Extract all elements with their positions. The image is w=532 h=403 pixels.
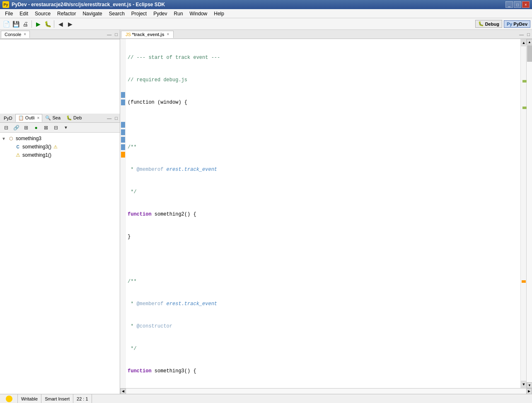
editor-maximize-btn[interactable]: □ — [526, 32, 531, 37]
toolbar: 📄 💾 🖨 ▶ 🐛 ◀ ▶ 🐛 Debug Py PyDev — [0, 18, 532, 30]
debug-label: Debug — [485, 22, 499, 27]
minimize-panel-btn[interactable]: — — [106, 32, 113, 37]
status-bar: Writable Smart Insert 22 : 1 — [0, 394, 532, 403]
annotation-gutter — [120, 39, 126, 388]
maximize-button[interactable]: □ — [514, 1, 521, 8]
expand-icon: ▼ — [2, 136, 7, 141]
status-indicator — [2, 394, 18, 403]
tree-label-something3: something3 — [16, 136, 41, 141]
annot-13 — [120, 129, 126, 136]
maximize-panel-btn[interactable]: □ — [114, 32, 119, 37]
outline-filter-btn[interactable]: ● — [31, 123, 41, 132]
status-position: 22 : 1 — [73, 394, 92, 403]
class-icon: C — [15, 143, 21, 150]
menu-run[interactable]: Run — [171, 10, 186, 17]
overview-bottom[interactable]: ▼ — [521, 381, 527, 388]
outli-tab-close[interactable]: × — [37, 116, 40, 120]
toolbar-group-nav: ◀ ▶ — [56, 19, 75, 29]
console-tab[interactable]: Console × — [1, 31, 30, 38]
tree-item-something3-class[interactable]: C something3() ⚠ — [0, 143, 120, 151]
editor-tab-label: *track_event.js — [132, 32, 164, 37]
toolbar-sep-1 — [31, 20, 32, 28]
scroll-thumb[interactable] — [527, 45, 532, 62]
status-writable-label: Writable — [21, 396, 38, 401]
main-area: Console × — □ PyD 📋 Outli × — [0, 30, 532, 394]
pydev-perspective[interactable]: Py PyDev — [504, 20, 530, 28]
menu-search[interactable]: Search — [106, 10, 128, 17]
annot-17 — [120, 158, 126, 166]
outline-hide-btn[interactable]: ⊞ — [22, 123, 31, 132]
debug-button[interactable]: 🐛 — [43, 19, 52, 29]
print-button[interactable]: 🖨 — [21, 19, 30, 29]
console-tab-label: Console — [5, 32, 21, 37]
scroll-up-arrow[interactable]: ▲ — [527, 39, 532, 45]
code-line-11: /** — [128, 278, 519, 285]
code-line-4 — [128, 121, 519, 129]
console-tab-close[interactable]: × — [24, 32, 26, 36]
scroll-down-arrow[interactable]: ▼ — [527, 382, 532, 388]
outline-collapse-btn[interactable]: ⊟ — [2, 123, 11, 132]
console-content[interactable] — [0, 39, 120, 114]
menu-source[interactable]: Source — [31, 10, 54, 17]
outline-minimize-btn[interactable]: — — [106, 115, 113, 121]
outline-sub-tab-bar: PyD 📋 Outli × 🔍 Sea 🐛 Deb — □ — [0, 114, 120, 123]
menu-navigate[interactable]: Navigate — [79, 10, 105, 17]
debug-perspective[interactable]: 🐛 Debug — [475, 20, 502, 28]
code-line-8: function something2() { — [128, 211, 519, 218]
status-icon — [6, 396, 12, 402]
toolbar-group-new: 📄 💾 🖨 — [2, 19, 30, 29]
outline-dropdown-btn[interactable]: ▼ — [61, 123, 70, 132]
tab-outli[interactable]: 📋 Outli × — [15, 114, 43, 122]
tree-label-something10: something1() — [22, 152, 51, 158]
status-writable: Writable — [18, 394, 41, 403]
perspective-buttons: 🐛 Debug Py PyDev — [475, 20, 530, 28]
menu-edit[interactable]: Edit — [16, 10, 31, 17]
close-button[interactable]: × — [522, 1, 530, 8]
menu-pydev[interactable]: Pydev — [150, 10, 170, 17]
code-editor[interactable]: // --- start of track event --- // requi… — [126, 39, 520, 388]
outline-panel-controls: — □ — [106, 115, 119, 121]
tab-sea[interactable]: 🔍 Sea — [42, 114, 63, 122]
status-insert-label: Smart Insert — [45, 396, 70, 401]
tab-deb[interactable]: 🐛 Deb — [63, 114, 85, 122]
menu-refactor[interactable]: Refactor — [54, 10, 79, 17]
horizontal-scrollbar[interactable]: ◀ ▶ — [120, 388, 532, 394]
run-button[interactable]: ▶ — [34, 19, 43, 29]
overview-mark-3 — [522, 280, 526, 283]
code-line-15: function something3() { — [128, 367, 519, 375]
new-button[interactable]: 📄 — [2, 19, 11, 29]
menu-window[interactable]: Window — [186, 10, 211, 17]
pydev-label: PyDev — [513, 22, 527, 27]
hscroll-right-arrow[interactable]: ▶ — [526, 388, 532, 394]
forward-button[interactable]: ▶ — [65, 19, 75, 29]
menu-project[interactable]: Project — [128, 10, 150, 17]
tab-pyd[interactable]: PyD — [1, 114, 15, 122]
annot-6 — [120, 76, 126, 84]
outline-view-btn[interactable]: ⊟ — [51, 123, 60, 132]
hscroll-left-arrow[interactable]: ◀ — [120, 388, 126, 394]
code-line-14: */ — [128, 345, 519, 352]
outline-maximize-btn[interactable]: □ — [114, 115, 119, 121]
editor-tab-track-event[interactable]: JS *track_event.js × — [121, 31, 174, 38]
editor-area: // --- start of track event --- // requi… — [120, 39, 532, 388]
menu-file[interactable]: File — [2, 10, 16, 17]
window-controls[interactable]: _ □ × — [505, 1, 530, 8]
overview-top[interactable]: ▲ — [521, 39, 527, 46]
tree-item-something10[interactable]: ⚠ something1() — [0, 151, 120, 159]
app-icon: Py — [2, 1, 9, 8]
save-button[interactable]: 💾 — [11, 19, 20, 29]
minimize-button[interactable]: _ — [505, 1, 513, 8]
editor-tab-close[interactable]: × — [167, 32, 169, 36]
tree-item-something3-root[interactable]: ▼ ⬡ something3 — [0, 134, 120, 143]
annot-14 — [120, 136, 126, 143]
menu-help[interactable]: Help — [210, 10, 227, 17]
overview-mark-2 — [522, 107, 527, 109]
editor-minimize-btn[interactable]: — — [518, 32, 525, 37]
annot-mark-blue-5 — [121, 137, 125, 143]
outline-toolbar: ⊟ 🔗 ⊞ ● ⊠ ⊟ ▼ — [0, 123, 120, 133]
left-panel: Console × — □ PyD 📋 Outli × — [0, 30, 120, 394]
outline-sort-btn[interactable]: ⊠ — [41, 123, 51, 132]
vertical-scrollbar[interactable]: ▲ ▼ — [526, 39, 532, 388]
back-button[interactable]: ◀ — [56, 19, 65, 29]
outline-link-btn[interactable]: 🔗 — [12, 123, 21, 132]
